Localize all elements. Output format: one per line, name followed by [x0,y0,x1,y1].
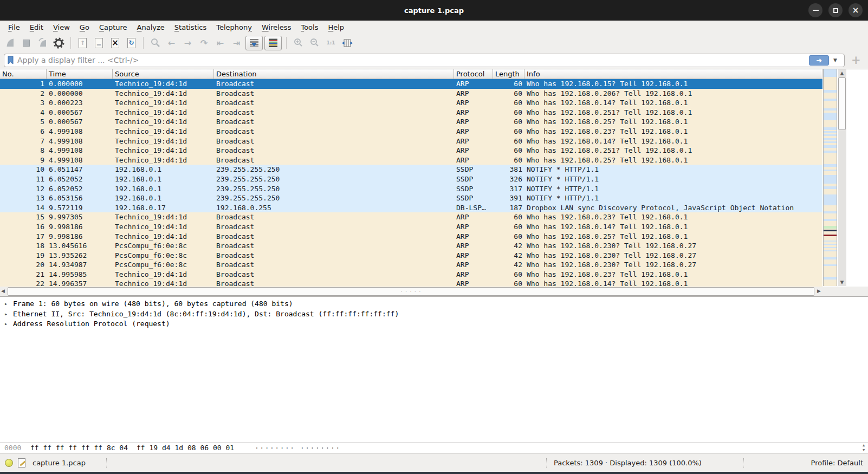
go-forward-button: → [180,36,195,50]
packet-row-2[interactable]: 20.000000Technico_19:d4:1dBroadcastARP60… [0,89,822,99]
cell-time: 0.000567 [47,108,113,118]
packet-row-22[interactable]: 2214.996357Technico_19:d4:1dBroadcastARP… [0,279,822,287]
minimap-stripe [824,138,837,140]
menu-file[interactable]: File [3,22,25,33]
cell-len: 60 [493,279,524,287]
packet-row-16[interactable]: 169.998186Technico_19:d4:1dBroadcastARP6… [0,222,822,232]
scroll-left-arrow[interactable]: ◀ [1,287,5,294]
horizontal-scrollbar-thumb[interactable] [8,287,814,296]
detail-line-3[interactable]: ▸Address Resolution Protocol (request) [0,319,868,329]
menu-help[interactable]: Help [323,22,349,33]
packet-row-18[interactable]: 1813.045616PcsCompu_f6:0e:8cBroadcastARP… [0,241,822,251]
cell-src: Technico_19:d4:1d [113,108,214,118]
packet-row-9[interactable]: 94.999108Technico_19:d4:1dBroadcastARP60… [0,155,822,165]
cell-time: 4.999108 [47,155,113,165]
filter-bookmark-icon[interactable] [7,55,15,65]
cell-src: Technico_19:d4:1d [113,212,214,222]
scroll-right-arrow[interactable]: ▶ [817,287,821,294]
vertical-scrollbar-thumb[interactable] [838,77,846,130]
packet-row-14[interactable]: 149.572119192.168.0.17192.168.0.255DB-LS… [0,203,822,213]
minimize-button[interactable] [808,3,822,17]
auto-scroll-button[interactable] [245,36,263,50]
cell-info: NOTIFY * HTTP/1.1 [524,165,822,174]
hex-scroll-arrows[interactable]: ▲▼ [860,443,867,453]
packet-row-5[interactable]: 50.000567Technico_19:d4:1dBroadcastARP60… [0,117,822,127]
cell-info: Who has 192.168.0.206? Tell 192.168.0.1 [524,89,822,99]
intelligent-scrollbar-minimap[interactable] [823,69,837,286]
cell-dst: Broadcast [214,79,454,89]
colorize-packets-button[interactable] [264,36,282,50]
cell-info: Who has 192.168.0.230? Tell 192.168.0.27 [524,251,822,261]
capture-options-button[interactable] [51,36,66,50]
packet-row-11[interactable]: 116.052052192.168.0.1239.255.255.250SSDP… [0,174,822,184]
horizontal-scrollbar[interactable]: ◀ ▶ [0,287,822,296]
go-back-button: ← [164,36,179,50]
close-button[interactable]: × [848,3,863,17]
menu-analyze[interactable]: Analyze [132,22,170,33]
expand-triangle-icon[interactable]: ▸ [4,319,8,329]
minimap-stripe [824,175,837,184]
resize-columns-button[interactable] [340,36,354,50]
minimap-stripe [824,131,837,133]
menu-go[interactable]: Go [75,22,94,33]
packet-row-6[interactable]: 64.999108Technico_19:d4:1dBroadcastARP60… [0,127,822,137]
hex-bytes-group2[interactable]: ff 19 d4 1d 08 06 00 01 [137,443,234,453]
cell-time: 4.999108 [47,137,113,146]
expert-info-icon[interactable] [5,459,13,467]
scroll-down-arrow[interactable]: ▼ [838,278,846,286]
menu-statistics[interactable]: Statistics [170,22,211,33]
packet-row-7[interactable]: 74.999108Technico_19:d4:1dBroadcastARP60… [0,137,822,146]
column-header-no[interactable]: No. [0,69,47,79]
packet-row-19[interactable]: 1913.935262PcsCompu_f6:0e:8cBroadcastARP… [0,251,822,261]
detail-line-2[interactable]: ▸Ethernet II, Src: Technico_19:d4:1d (8c… [0,309,868,320]
display-filter-field[interactable]: ➜ ▼ [4,54,845,67]
minimap-stripe [824,99,837,101]
packet-row-12[interactable]: 126.052052192.168.0.1239.255.255.250SSDP… [0,184,822,194]
packet-row-3[interactable]: 30.000223Technico_19:d4:1dBroadcastARP60… [0,98,822,108]
hex-bytes-group1[interactable]: ff ff ff ff ff ff 8c 04 [30,443,128,453]
column-header-length[interactable]: Length [493,69,524,79]
minimap-stripe [824,264,837,266]
menu-wireless[interactable]: Wireless [257,22,296,33]
cell-time: 0.000223 [47,98,113,108]
menu-telephony[interactable]: Telephony [211,22,257,33]
display-filter-input[interactable] [17,56,809,64]
cell-no: 7 [0,137,47,146]
cell-no: 15 [0,212,47,222]
packet-row-13[interactable]: 136.053156192.168.0.1239.255.255.250SSDP… [0,193,822,203]
packet-bytes-pane[interactable]: 0000 ff ff ff ff ff ff 8c 04 ff 19 d4 1d… [0,443,868,453]
packet-row-1[interactable]: 10.000000Technico_19:d4:1dBroadcastARP60… [0,79,822,89]
menu-capture[interactable]: Capture [94,22,132,33]
add-filter-button[interactable]: + [851,54,861,67]
close-file-button[interactable]: × [108,36,122,50]
vertical-scrollbar[interactable]: ▲ ▼ [838,69,846,286]
menu-view[interactable]: View [48,22,75,33]
packet-row-4[interactable]: 40.000567Technico_19:d4:1dBroadcastARP60… [0,108,822,118]
menu-tools[interactable]: Tools [296,22,323,33]
title-bar[interactable]: capture 1.pcap × [0,0,868,21]
menu-edit[interactable]: Edit [25,22,48,33]
packet-row-8[interactable]: 84.999108Technico_19:d4:1dBroadcastARP60… [0,146,822,155]
capture-comment-icon[interactable] [18,458,25,467]
filter-bar: ➜ ▼ + [0,51,868,69]
column-header-info[interactable]: Info [524,69,822,79]
reload-file-button[interactable]: ↻ [124,36,139,50]
packet-row-10[interactable]: 106.051147192.168.0.1239.255.255.250SSDP… [0,165,822,174]
column-header-time[interactable]: Time [47,69,113,79]
expand-triangle-icon[interactable]: ▸ [4,309,8,320]
packet-row-20[interactable]: 2014.934987PcsCompu_f6:0e:8cBroadcastARP… [0,260,822,270]
scroll-up-arrow[interactable]: ▲ [838,69,846,77]
column-header-destination[interactable]: Destination [214,69,454,79]
minimap-stripe [824,141,837,143]
expand-triangle-icon[interactable]: ▸ [4,299,8,309]
packet-row-17[interactable]: 179.998186Technico_19:d4:1dBroadcastARP6… [0,232,822,242]
detail-line-1[interactable]: ▸Frame 1: 60 bytes on wire (480 bits), 6… [0,299,868,309]
column-header-source[interactable]: Source [113,69,214,79]
packet-row-21[interactable]: 2114.995985Technico_19:d4:1dBroadcastARP… [0,270,822,280]
packet-row-15[interactable]: 159.997305Technico_19:d4:1dBroadcastARP6… [0,212,822,222]
filter-dropdown-chevron[interactable]: ▼ [829,57,841,63]
column-header-protocol[interactable]: Protocol [454,69,493,79]
status-profile[interactable]: Profile: Default [811,453,863,472]
maximize-button[interactable] [828,3,843,17]
apply-filter-button[interactable]: ➜ [809,55,829,66]
